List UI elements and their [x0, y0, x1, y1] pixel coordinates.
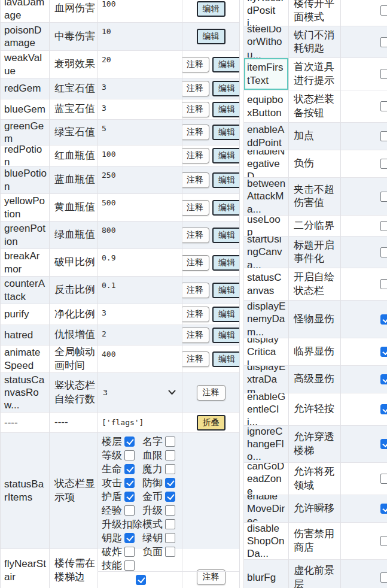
flag-checkbox[interactable] — [380, 439, 387, 449]
flag-checkbox[interactable] — [124, 478, 135, 488]
value-cell[interactable]: 100 — [98, 0, 182, 23]
edit-button[interactable]: 编辑 — [212, 102, 240, 117]
value-cell[interactable]: 400 — [98, 345, 182, 373]
edit-button[interactable]: 编辑 — [212, 172, 240, 188]
key-cell[interactable]: ignoreChangeFlo... — [244, 426, 289, 463]
comment-button[interactable]: 注释 — [182, 102, 209, 117]
comment-button[interactable]: 注释 — [182, 200, 209, 216]
key-cell[interactable]: animateSpeed — [1, 345, 50, 373]
flag-checkbox[interactable] — [380, 504, 387, 514]
flag-checkbox[interactable] — [124, 464, 135, 474]
value-cell[interactable]: 2 — [98, 325, 182, 345]
key-cell[interactable]: steelDoorWithou... — [244, 26, 289, 58]
comment-button[interactable]: 注释 — [182, 148, 209, 163]
flag-checkbox[interactable] — [380, 474, 387, 484]
flag-checkbox[interactable] — [165, 478, 175, 488]
key-cell[interactable]: blurFg — [244, 560, 289, 588]
edit-button[interactable]: 编辑 — [212, 328, 240, 343]
flag-checkbox[interactable] — [380, 279, 387, 289]
edit-button[interactable]: 编辑 — [212, 81, 240, 96]
flag-checkbox[interactable] — [124, 437, 135, 447]
edit-button[interactable]: 编辑 — [197, 1, 226, 17]
key-cell[interactable]: startUsingCanva... — [244, 237, 289, 268]
comment-button[interactable]: 注释 — [182, 255, 209, 271]
row-count-select[interactable]: 3 — [102, 382, 179, 404]
key-cell[interactable]: redPotion — [1, 146, 50, 166]
flag-checkbox[interactable] — [380, 374, 387, 384]
key-cell[interactable]: breakArmor — [1, 249, 50, 277]
comment-button[interactable]: 注释 — [182, 57, 209, 72]
comment-button[interactable]: 注释 — [182, 307, 209, 322]
key-cell[interactable]: bluePotion — [1, 166, 50, 194]
key-cell[interactable]: flyRecordPositi... — [244, 0, 289, 26]
flag-checkbox[interactable] — [124, 560, 135, 571]
key-cell[interactable]: yellowPotion — [1, 194, 50, 222]
comment-button[interactable]: 注释 — [182, 283, 209, 298]
comment-button[interactable]: 注释 — [182, 125, 209, 140]
key-cell[interactable]: blueGem — [1, 99, 50, 120]
flag-checkbox[interactable] — [165, 437, 175, 447]
comment-button[interactable]: 注释 — [182, 228, 209, 243]
key-cell[interactable]: counterAttack — [1, 277, 50, 304]
value-cell[interactable]: 5 — [98, 120, 182, 146]
value-cell[interactable]: 3 — [98, 78, 182, 99]
comment-button[interactable]: 注释 — [182, 172, 209, 188]
edit-button[interactable]: 编辑 — [212, 200, 240, 216]
edit-button[interactable]: 编辑 — [212, 148, 240, 163]
flag-checkbox[interactable] — [380, 131, 387, 141]
flag-checkbox[interactable] — [165, 533, 175, 543]
flag-checkbox[interactable] — [380, 159, 387, 169]
key-cell[interactable]: redGem — [1, 78, 50, 99]
key-cell[interactable]: hatred — [1, 325, 50, 345]
edit-button[interactable]: 编辑 — [212, 228, 240, 243]
key-cell[interactable]: enableGentleCli... — [244, 393, 289, 426]
flag-checkbox[interactable] — [124, 533, 135, 543]
key-cell[interactable]: canGoDeadZone — [244, 463, 289, 495]
value-cell[interactable]: 10 — [98, 23, 182, 51]
flag-checkbox[interactable] — [380, 192, 387, 202]
value-cell[interactable]: 20 — [98, 51, 182, 78]
edit-button[interactable]: 编辑 — [212, 255, 240, 271]
key-cell[interactable]: statusCanvasRow... — [1, 373, 50, 413]
value-cell[interactable]: 100 — [98, 146, 182, 166]
key-cell[interactable]: displayEnemyDam... — [244, 301, 289, 338]
edit-button[interactable]: 编辑 — [212, 125, 240, 140]
edit-button[interactable]: 编辑 — [212, 57, 240, 72]
edit-button[interactable]: 编辑 — [212, 283, 240, 298]
comment-button[interactable]: 注释 — [182, 351, 209, 367]
value-cell[interactable]: ['flags'] — [98, 413, 182, 433]
value-cell[interactable]: 0.9 — [98, 249, 182, 277]
fold-button[interactable]: 折叠 — [197, 415, 226, 431]
key-cell[interactable]: poisonDamage — [1, 23, 50, 51]
flag-checkbox[interactable] — [380, 572, 387, 583]
value-cell[interactable]: 500 — [98, 194, 182, 222]
edit-button[interactable]: 编辑 — [212, 351, 240, 367]
key-cell[interactable]: disableShopOnDa... — [244, 523, 289, 560]
flag-checkbox[interactable] — [380, 247, 387, 257]
key-cell[interactable]: purify — [1, 304, 50, 325]
flag-checkbox[interactable] — [165, 492, 175, 502]
flag-checkbox[interactable] — [380, 347, 387, 357]
flag-checkbox[interactable] — [124, 547, 135, 557]
key-cell[interactable]: greenPotion — [1, 222, 50, 249]
edit-button[interactable]: 编辑 — [212, 307, 240, 322]
key-cell[interactable]: enableMoveDirec... — [244, 495, 289, 523]
flag-checkbox[interactable] — [380, 37, 387, 47]
flag-checkbox[interactable] — [380, 101, 387, 111]
key-cell[interactable]: ---- — [1, 413, 50, 433]
flag-checkbox[interactable] — [165, 464, 175, 474]
key-cell[interactable]: enableAddPoint — [244, 123, 289, 150]
key-cell[interactable]: useLoop — [244, 216, 289, 237]
key-cell[interactable]: flyNearStair — [1, 549, 50, 588]
key-cell[interactable]: equipboxButton — [244, 90, 289, 123]
flag-checkbox[interactable] — [380, 536, 387, 546]
value-cell[interactable]: 3 — [98, 373, 182, 413]
flag-checkbox[interactable] — [165, 547, 175, 557]
key-cell[interactable]: betweenAttackMa... — [244, 178, 289, 216]
key-cell[interactable]: displayExtraDam... — [244, 366, 289, 393]
flag-checkbox[interactable] — [124, 450, 135, 460]
value-checkbox[interactable] — [136, 575, 146, 585]
flag-checkbox[interactable] — [165, 450, 175, 460]
value-cell[interactable]: 楼层名字等级血限生命魔力攻击防御护盾金币经验升级升级扣除模式钥匙绿钥破炸负面技能 — [98, 433, 182, 549]
key-cell[interactable]: statusBarItems — [1, 433, 50, 549]
